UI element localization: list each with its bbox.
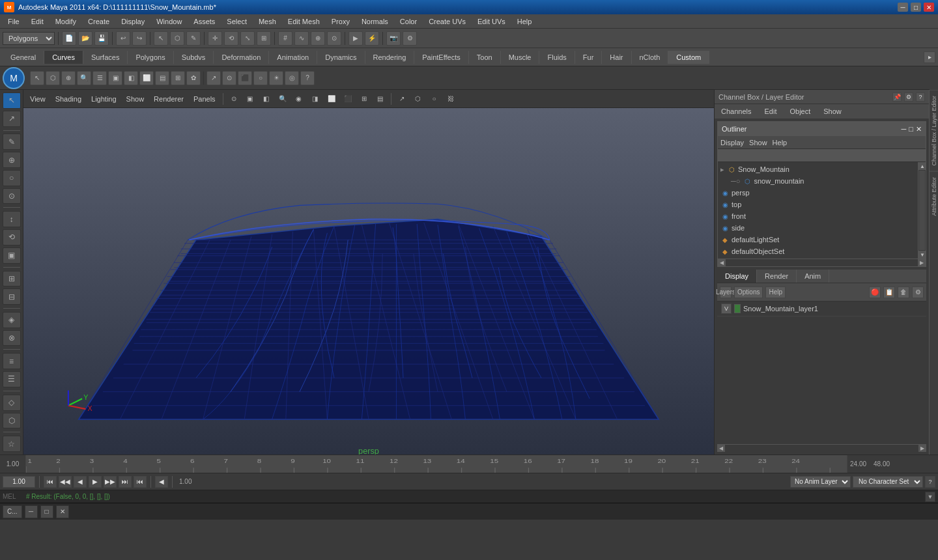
tree-item-persp[interactable]: ◉ persp <box>718 187 918 199</box>
vp-btn-grid[interactable]: ▤ <box>373 92 388 106</box>
tree-item-top[interactable]: ◉ top <box>718 199 918 210</box>
menu-help[interactable]: Help <box>512 16 537 27</box>
taskbar-max-btn[interactable]: □ <box>40 505 53 518</box>
tab-deformation[interactable]: Deformation <box>214 51 269 64</box>
vp-menu-shading[interactable]: Shading <box>51 94 85 104</box>
outliner-minimize-button[interactable]: ─ <box>902 125 907 133</box>
vp-btn-3[interactable]: 🔍 <box>276 92 290 106</box>
taskbar-min-btn[interactable]: ─ <box>25 505 38 518</box>
menu-assets[interactable]: Assets <box>188 16 220 27</box>
timeline-ruler[interactable]: 1 2 3 4 5 6 7 8 <box>26 455 847 473</box>
toolbar-snap-curve[interactable]: ∿ <box>294 31 309 46</box>
outliner-scroll-up[interactable]: ▲ <box>918 162 926 170</box>
shelf-icon-10[interactable]: ⊞ <box>171 71 185 85</box>
toolbar-open[interactable]: 📂 <box>78 31 92 46</box>
tabs-expand-button[interactable]: ▸ <box>924 51 935 63</box>
tab-polygons[interactable]: Polygons <box>128 51 173 64</box>
outliner-hscroll-right[interactable]: ▶ <box>918 259 926 266</box>
taskbar-app-btn[interactable]: C... <box>3 505 22 518</box>
maximize-button[interactable]: □ <box>911 3 921 12</box>
edge-tab-channel-box[interactable]: Channel Box / Layer Editor <box>930 90 938 171</box>
outliner-scroll-track[interactable] <box>919 171 925 250</box>
tree-item-snow-mountain-group[interactable]: ▸ ⬡ Snow_Mountain <box>718 163 918 175</box>
transport-play-back[interactable]: ◀ <box>155 476 168 488</box>
tree-item-side[interactable]: ◉ side <box>718 222 918 234</box>
tool-dot[interactable]: ⊙ <box>3 188 21 204</box>
toolbar-render[interactable]: ▶ <box>348 31 363 46</box>
shelf-icon-6[interactable]: ▣ <box>108 71 122 85</box>
shelf-icon-5[interactable]: ☰ <box>92 71 107 85</box>
vp-btn-6[interactable]: ⬜ <box>324 92 339 106</box>
menu-proxy[interactable]: Proxy <box>326 16 355 27</box>
current-frame-input[interactable] <box>3 476 35 488</box>
layer-tab-anim[interactable]: Anim <box>797 270 829 283</box>
tab-animation[interactable]: Animation <box>269 51 317 64</box>
menu-display[interactable]: Display <box>116 16 150 27</box>
shelf-icon-1[interactable]: ↖ <box>30 71 44 85</box>
toolbar-paint[interactable]: ✎ <box>186 31 201 46</box>
shelf-icon-7[interactable]: ◧ <box>124 71 138 85</box>
toolbar-rotate[interactable]: ⟲ <box>224 31 238 46</box>
toolbar-settings[interactable]: ⚙ <box>403 31 417 46</box>
menu-edit[interactable]: Edit <box>26 16 49 27</box>
tool-select[interactable]: ↖ <box>3 92 21 109</box>
transport-next-key[interactable]: ⏭ <box>119 476 132 488</box>
tab-surfaces[interactable]: Surfaces <box>83 51 128 64</box>
close-button[interactable]: ✕ <box>924 3 934 12</box>
tool-rotate[interactable]: ⟲ <box>3 229 21 245</box>
vp-menu-panels[interactable]: Panels <box>190 94 220 104</box>
vp-btn-8[interactable]: ⊞ <box>357 92 371 106</box>
tool-paint[interactable]: ✎ <box>3 133 21 150</box>
menu-window[interactable]: Window <box>151 16 187 27</box>
toolbar-new[interactable]: 📄 <box>62 31 76 46</box>
tab-ncloth[interactable]: nCloth <box>632 51 669 64</box>
layer-hscroll-left[interactable]: ◀ <box>717 445 725 452</box>
cb-menu-edit[interactable]: Edit <box>760 106 780 117</box>
tab-custom[interactable]: Custom <box>668 51 709 64</box>
outliner-maximize-button[interactable]: □ <box>909 125 913 133</box>
menu-select[interactable]: Select <box>221 16 252 27</box>
tree-item-front[interactable]: ◉ front <box>718 210 918 222</box>
cb-menu-show[interactable]: Show <box>819 106 846 117</box>
shelf-icon-q[interactable]: ? <box>300 71 315 85</box>
tool-layers[interactable]: ≡ <box>3 353 21 369</box>
toolbar-ipr[interactable]: ⚡ <box>365 31 379 46</box>
toolbar-snap-point[interactable]: ⊕ <box>311 31 325 46</box>
transport-help-btn[interactable]: ? <box>925 476 935 488</box>
layer-duplicate-btn[interactable]: 📋 <box>883 287 895 298</box>
layer-delete-btn[interactable]: 🗑 <box>898 287 909 298</box>
outliner-menu-help[interactable]: Help <box>773 139 788 147</box>
tool-minus[interactable]: ⊟ <box>3 288 21 305</box>
layer-menu-layers[interactable]: Layers <box>720 287 732 298</box>
tree-item-snow-mountain-mesh[interactable]: ─○ ⬡ snow_mountain <box>728 175 918 187</box>
viewport-canvas[interactable]: Y X persp <box>23 108 714 455</box>
toolbar-camera[interactable]: 📷 <box>386 31 401 46</box>
tool-shape[interactable]: ◇ <box>3 395 21 411</box>
vp-btn-cam[interactable]: ⊙ <box>227 92 241 106</box>
vp-menu-view[interactable]: View <box>26 94 50 104</box>
outliner-menu-display[interactable]: Display <box>720 139 744 147</box>
tool-target[interactable]: ◈ <box>3 312 21 328</box>
tool-select-plus[interactable]: ↗ <box>3 111 21 127</box>
tab-muscle[interactable]: Muscle <box>501 51 540 64</box>
cb-help-button[interactable]: ? <box>916 92 925 102</box>
toolbar-move[interactable]: ✛ <box>208 31 222 46</box>
tool-grid[interactable]: ⊞ <box>3 271 21 287</box>
tab-fluids[interactable]: Fluids <box>539 51 575 64</box>
outliner-hscroll-track[interactable] <box>726 259 918 266</box>
layer-new-btn[interactable]: 🔴 <box>869 287 881 298</box>
mode-selector[interactable]: Polygons <box>3 32 55 45</box>
vp-btn-5[interactable]: ◨ <box>308 92 322 106</box>
transport-go-start[interactable]: ⏮ <box>44 476 57 488</box>
layer-tab-render[interactable]: Render <box>757 270 797 283</box>
vp-btn-2[interactable]: ◧ <box>259 92 274 106</box>
outliner-hscroll-left[interactable]: ◀ <box>718 259 726 266</box>
tab-subdvs[interactable]: Subdvs <box>174 51 214 64</box>
shelf-icon-light2[interactable]: ◎ <box>285 71 299 85</box>
shelf-icon-light[interactable]: ☀ <box>269 71 283 85</box>
toolbar-undo[interactable]: ↩ <box>116 31 130 46</box>
tool-circle[interactable]: ○ <box>3 170 21 186</box>
tool-move[interactable]: ↕ <box>3 211 21 227</box>
layer-hscroll-right[interactable]: ▶ <box>918 445 926 452</box>
transport-go-end[interactable]: ⏮ <box>134 476 147 488</box>
